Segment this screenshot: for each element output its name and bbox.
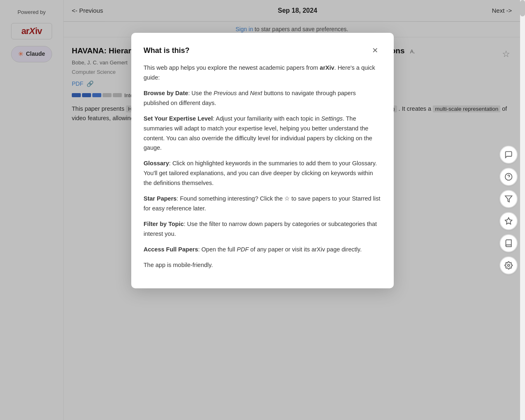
modal-prev-italic: Previous bbox=[214, 90, 237, 96]
modal-filter-title: Filter by Topic bbox=[144, 221, 184, 227]
modal-star-paragraph: Star Papers: Found something interesting… bbox=[144, 194, 381, 214]
modal-browse-text: : Use the bbox=[188, 90, 214, 96]
starred-button[interactable] bbox=[500, 212, 518, 230]
svg-point-4 bbox=[508, 265, 510, 267]
help-icon bbox=[504, 173, 513, 181]
modal-intro-text: This web app helps you explore the newes… bbox=[144, 64, 320, 71]
modal-filter-paragraph: Filter by Topic: Use the filter to narro… bbox=[144, 219, 381, 239]
filter-button[interactable] bbox=[500, 190, 518, 208]
modal-and: and bbox=[237, 90, 250, 96]
book-icon bbox=[504, 239, 513, 247]
modal-title: What is this? bbox=[144, 45, 189, 56]
modal-pdf-italic: PDF bbox=[237, 246, 249, 253]
modal-star-text: : Found something interesting? Click the… bbox=[144, 195, 380, 212]
modal-star-title: Star Papers bbox=[144, 195, 177, 202]
modal-browse-title: Browse by Date bbox=[144, 90, 188, 96]
comment-icon bbox=[504, 151, 513, 159]
modal-header: What is this? ✕ bbox=[144, 44, 381, 57]
glossary-button[interactable] bbox=[500, 234, 518, 252]
modal-next-italic: Next bbox=[250, 90, 262, 96]
modal-access-paragraph: Access Full Papers: Open the full PDF of… bbox=[144, 245, 381, 255]
settings-button[interactable] bbox=[500, 256, 518, 274]
modal-browse-paragraph: Browse by Date: Use the Previous and Nex… bbox=[144, 89, 381, 108]
modal-footer-text: The app is mobile-friendly. bbox=[144, 262, 213, 268]
modal-expertise-paragraph: Set Your Expertise Level: Adjust your fa… bbox=[144, 114, 381, 153]
modal-footer-paragraph: The app is mobile-friendly. bbox=[144, 260, 381, 270]
modal-access-title: Access Full Papers bbox=[144, 246, 198, 253]
scrollbar-track[interactable] bbox=[520, 0, 525, 420]
svg-marker-3 bbox=[505, 218, 512, 224]
modal-glossary-title: Glossary bbox=[144, 160, 169, 167]
modal-glossary-paragraph: Glossary: Click on highlighted keywords … bbox=[144, 159, 381, 188]
modal-settings-italic: Settings bbox=[321, 115, 342, 122]
modal-body: This web app helps you explore the newes… bbox=[144, 63, 381, 270]
modal-glossary-text: : Click on highlighted keywords in the s… bbox=[144, 160, 377, 186]
right-sidebar bbox=[500, 146, 518, 274]
modal-intro-paragraph: This web app helps you explore the newes… bbox=[144, 63, 381, 83]
star-icon bbox=[504, 217, 513, 225]
help-button[interactable] bbox=[500, 168, 518, 186]
modal-access-text: : Open the full bbox=[198, 246, 237, 253]
svg-marker-2 bbox=[505, 196, 512, 202]
gear-icon bbox=[504, 261, 513, 269]
modal-arxiv-bold: arXiv bbox=[320, 64, 334, 71]
filter-icon bbox=[504, 195, 513, 203]
modal-overlay: What is this? ✕ This web app helps you e… bbox=[0, 0, 525, 420]
modal-access-suffix: of any paper or visit its arXiv page dir… bbox=[249, 246, 361, 253]
modal-close-button[interactable]: ✕ bbox=[369, 44, 381, 57]
modal-expertise-title: Set Your Expertise Level bbox=[144, 115, 213, 122]
what-is-this-modal: What is this? ✕ This web app helps you e… bbox=[131, 33, 394, 288]
scrollbar-thumb[interactable] bbox=[520, 0, 525, 16]
comment-button[interactable] bbox=[500, 146, 518, 164]
modal-expertise-text: : Adjust your familiarity with each topi… bbox=[213, 115, 321, 122]
